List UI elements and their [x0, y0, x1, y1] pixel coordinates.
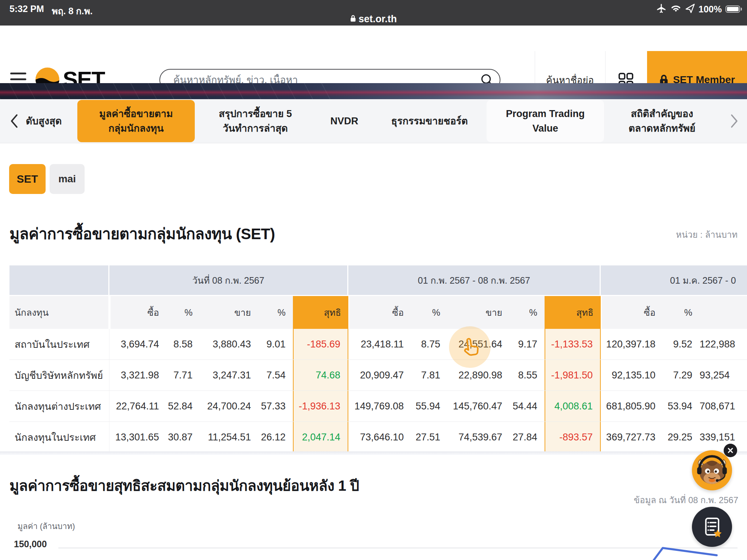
as-of-date: ข้อมูล ณ วันที่ 08 ก.พ. 2567: [634, 493, 738, 507]
site-header: SET ค้นหาชื่อย่อ SET Member: [0, 26, 747, 83]
table-row: บัญชีบริษัทหลักทรัพย์3,321.987.713,247.3…: [9, 359, 747, 390]
chevron-right-icon[interactable]: [729, 99, 739, 143]
investor-name: นักลงทุนในประเทศ: [9, 422, 109, 452]
table-cell: -893.57: [545, 422, 601, 452]
table-cell: -185.69: [293, 329, 348, 359]
table-row: นักลงทุนต่างประเทศ22,764.1152.8424,700.2…: [9, 390, 747, 421]
tab-program-trading-value[interactable]: Program Trading Value: [487, 100, 604, 142]
table-row: นักลงทุนในประเทศ13,301.6530.8711,254.512…: [9, 421, 747, 452]
investor-trading-table: วันที่ 08 ก.พ. 2567 01 ก.พ. 2567 - 08 ก.…: [9, 265, 747, 452]
tab-short-sales[interactable]: ธุรกรรมขายชอร์ต: [381, 100, 478, 142]
table-cell: 27.84: [510, 422, 545, 452]
table-section-title: มูลค่าการซื้อขายตามกลุ่มนักลงทุน (SET): [9, 222, 275, 246]
url-bar[interactable]: set.or.th: [0, 13, 747, 25]
table-cell: 3,321.98: [109, 360, 166, 390]
table-cell: 24,700.24: [200, 391, 258, 421]
group-header-empty: [9, 265, 109, 296]
table-bottom-shadow: [0, 451, 747, 455]
table-cell: 24,551.64: [448, 329, 510, 359]
chevron-left-icon[interactable]: [9, 99, 19, 143]
table-cell: 20,909.47: [348, 360, 411, 390]
column-header: %: [258, 296, 293, 329]
group-header-day: วันที่ 08 ก.พ. 2567: [109, 265, 348, 296]
table-cell: 27.51: [411, 422, 448, 452]
column-header: นักลงทุน: [9, 296, 109, 329]
survey-icon: [701, 516, 723, 538]
tab-top-ranking[interactable]: ดับสูงสุด: [22, 100, 66, 142]
column-header: ซื้อ: [348, 296, 411, 329]
table-cell: 74.68: [293, 360, 348, 390]
table-cell: -1,936.13: [293, 391, 348, 421]
browser-status-bar: 5:32 PM พฤ. 8 ก.พ. 100% set.or.th: [0, 0, 747, 26]
lock-icon: [350, 14, 356, 24]
set-website-page: 5:32 PM พฤ. 8 ก.พ. 100% set.or.th: [0, 0, 747, 560]
column-header: %: [166, 296, 200, 329]
column-header: %: [663, 296, 700, 329]
bull-headset-icon: [692, 450, 732, 490]
table-cell: 55.94: [411, 391, 448, 421]
investor-name: สถาบันในประเทศ: [9, 329, 109, 359]
table-cell: 92,135.10: [601, 360, 663, 390]
tab-nvdr[interactable]: NVDR: [321, 100, 368, 142]
table-group-header-row: วันที่ 08 ก.พ. 2567 01 ก.พ. 2567 - 08 ก.…: [9, 265, 747, 296]
tab-5day-trading-summary[interactable]: สรุปการซื้อขาย 5 วันทำการล่าสุด: [210, 100, 301, 142]
table-cell: 9.17: [510, 329, 545, 359]
table-cell: 681,805.90: [601, 391, 663, 421]
hero-banner-image: [0, 83, 747, 99]
table-cell: 13,301.65: [109, 422, 166, 452]
table-cell: 145,760.47: [448, 391, 510, 421]
table-cell: 8.75: [411, 329, 448, 359]
table-cell: -1,133.53: [545, 329, 601, 359]
survey-feedback-button[interactable]: [692, 507, 732, 547]
table-cell: 4,008.61: [545, 391, 601, 421]
table-cell: 7.71: [166, 360, 200, 390]
column-header: ขาย: [200, 296, 258, 329]
table-cell: 26.12: [258, 422, 293, 452]
url-text: set.or.th: [359, 13, 397, 25]
table-cell: 54.44: [510, 391, 545, 421]
wifi-icon: [670, 4, 682, 14]
table-cell: 73,646.10: [348, 422, 411, 452]
table-cell: 708,671: [700, 391, 747, 421]
unit-note: หน่วย : ล้านบาท: [676, 228, 738, 242]
y-axis-label: มูลค่า (ล้านบาท): [18, 520, 75, 533]
chart-section-title: มูลค่าการซื้อขายสุทธิสะสมตามกลุ่มนักลงทุ…: [9, 474, 359, 497]
table-cell: 149,769.08: [348, 391, 411, 421]
column-header: ขาย: [448, 296, 510, 329]
tab-trading-by-investor-type[interactable]: มูลค่าซื้อขายตาม กลุ่มนักลงทุน: [77, 100, 195, 142]
table-cell: 93,254: [700, 360, 747, 390]
table-cell: 9.01: [258, 329, 293, 359]
table-cell: 8.58: [166, 329, 200, 359]
column-header: %: [510, 296, 545, 329]
column-header: ขาย: [700, 296, 747, 329]
y-axis-tick: 150,000: [14, 539, 47, 549]
statistics-tab-bar: ดับสูงสุด มูลค่าซื้อขายตาม กลุ่มนักลงทุน…: [0, 99, 747, 143]
table-cell: 29.25: [663, 422, 700, 452]
group-header-month-to-date: 01 ก.พ. 2567 - 08 ก.พ. 2567: [348, 265, 601, 296]
table-body: สถาบันในประเทศ3,694.748.583,880.439.01-1…: [9, 329, 747, 452]
table-row: สถาบันในประเทศ3,694.748.583,880.439.01-1…: [9, 329, 747, 359]
group-header-year-to-date: 01 ม.ค. 2567 - 0: [601, 265, 747, 296]
table-cell: 3,880.43: [200, 329, 258, 359]
table-cell: 7.29: [663, 360, 700, 390]
battery-icon: [725, 5, 742, 13]
table-cell: 53.94: [663, 391, 700, 421]
table-cell: 7.81: [411, 360, 448, 390]
chat-mascot-button[interactable]: [692, 450, 732, 490]
table-cell: 52.84: [166, 391, 200, 421]
table-cell: 3,247.31: [200, 360, 258, 390]
table-cell: 369,727.73: [601, 422, 663, 452]
column-header: ซื้อ: [109, 296, 166, 329]
star-icon: [714, 530, 722, 537]
chart-gridline: [58, 548, 738, 548]
tab-market-statistics[interactable]: สถิติสำคัญของ ตลาดหลักทรัพย์: [615, 100, 709, 142]
table-cell: 2,047.14: [293, 422, 348, 452]
column-header: สุทธิ: [293, 296, 348, 329]
market-toggle-mai[interactable]: mai: [50, 164, 85, 194]
clock: 5:32 PM: [9, 4, 44, 14]
chart-line-fragment: [649, 545, 726, 560]
market-toggle-set[interactable]: SET: [9, 164, 46, 194]
table-cell: 3,694.74: [109, 329, 166, 359]
table-cell: -1,981.50: [545, 360, 601, 390]
close-icon[interactable]: [724, 444, 737, 457]
